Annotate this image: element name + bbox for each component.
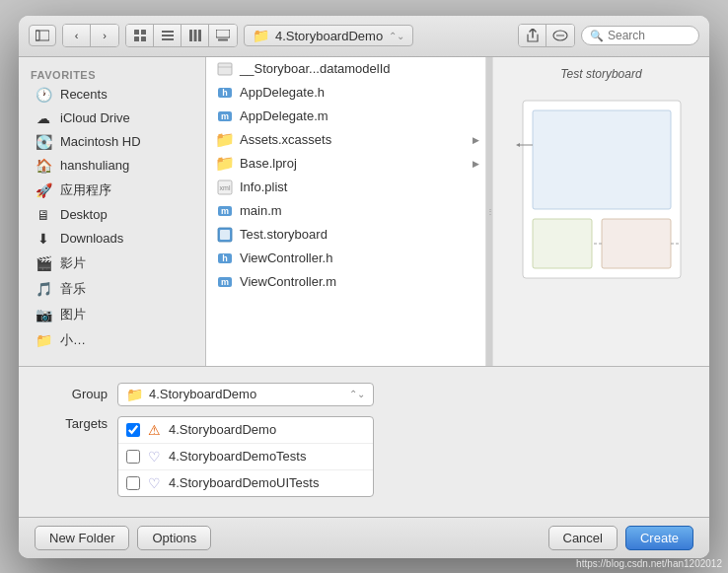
- gallery-view-button[interactable]: [209, 25, 237, 46]
- storyboard-icon: [216, 226, 234, 244]
- bottom-bar-left: New Folder Options: [35, 526, 211, 550]
- back-button[interactable]: ‹: [63, 25, 91, 46]
- file-item-datamodel[interactable]: __Storyboar...datamodelId: [206, 57, 485, 81]
- file-item-base[interactable]: 📁 Base.lproj ▶: [206, 152, 485, 176]
- targets-box: ⚠ 4.StoryboardDemo ♡ 4.StoryboardDemoTes…: [117, 416, 374, 497]
- file-item-appdelegate-m[interactable]: m AppDelegate.m: [206, 105, 485, 128]
- nav-buttons: ‹ ›: [62, 24, 119, 47]
- file-item-appdelegate-h[interactable]: h AppDelegate.h: [206, 81, 485, 105]
- file-item-main-m[interactable]: m main.m: [206, 199, 485, 223]
- h-file-icon: h: [216, 84, 234, 102]
- xcode-target-icon: ⚠: [148, 422, 161, 438]
- file-item-viewcontroller-h[interactable]: h ViewController.h: [206, 247, 485, 270]
- file-name: ViewController.m: [240, 274, 336, 289]
- search-box[interactable]: 🔍: [581, 26, 699, 45]
- sidebar-item-label: Desktop: [60, 207, 108, 222]
- folder-icon: 📁: [216, 155, 234, 173]
- target-row-main[interactable]: ⚠ 4.StoryboardDemo: [118, 417, 373, 444]
- file-name: AppDelegate.m: [240, 108, 328, 123]
- m-file-icon: m: [216, 273, 234, 291]
- group-value: 4.StoryboardDemo: [149, 387, 343, 401]
- dialog: ‹ › 📁 4.StoryboardDemo: [19, 16, 709, 558]
- file-name: ViewController.h: [240, 251, 332, 265]
- plist-icon: xml: [216, 179, 234, 196]
- h-file-icon: h: [216, 250, 234, 267]
- file-item-viewcontroller-m[interactable]: m ViewController.m: [206, 270, 485, 294]
- target-checkbox-tests[interactable]: [126, 450, 140, 464]
- cancel-button[interactable]: Cancel: [548, 526, 618, 550]
- svg-rect-16: [218, 63, 232, 75]
- movies-icon: 🎬: [35, 255, 52, 271]
- sidebar-toggle-button[interactable]: [29, 25, 56, 46]
- group-dropdown-arrow-icon: ⌃⌄: [349, 389, 365, 399]
- sidebar-item-downloads[interactable]: ⬇ Downloads: [23, 227, 201, 251]
- group-dropdown[interactable]: 📁 4.StoryboardDemo ⌃⌄: [117, 383, 374, 406]
- preview-panel: Test storyboard: [492, 57, 709, 366]
- sidebar-item-label: Macintosh HD: [60, 134, 141, 149]
- svg-rect-10: [193, 30, 196, 41]
- macintosh-icon: 💽: [35, 134, 52, 150]
- sidebar-item-home[interactable]: 🏠 hanshuliang: [23, 154, 201, 178]
- file-name: Assets.xcassets: [240, 132, 331, 147]
- sidebar-item-music[interactable]: 🎵 音乐: [23, 276, 201, 302]
- sidebar-item-movies[interactable]: 🎬 影片: [23, 251, 201, 276]
- pictures-icon: 📷: [35, 307, 52, 322]
- targets-label: Targets: [38, 416, 108, 431]
- icon-view-button[interactable]: [126, 25, 154, 46]
- forward-button[interactable]: ›: [91, 25, 118, 46]
- file-name: AppDelegate.h: [240, 85, 325, 100]
- sidebar-item-recents[interactable]: 🕐 Recents: [23, 83, 201, 107]
- group-folder-icon: 📁: [126, 387, 143, 402]
- file-item-assets[interactable]: 📁 Assets.xcassets ▶: [206, 128, 485, 152]
- file-name: main.m: [240, 203, 282, 218]
- svg-rect-6: [162, 31, 174, 33]
- svg-rect-5: [141, 36, 146, 41]
- file-name: Test.storyboard: [240, 227, 328, 242]
- list-view-button[interactable]: [154, 25, 182, 46]
- location-folder-icon: 📁: [253, 28, 269, 43]
- target-checkbox-main[interactable]: [126, 423, 140, 437]
- location-name: 4.StoryboardDemo: [275, 29, 383, 43]
- sidebar-item-label: Downloads: [60, 231, 123, 246]
- column-view-button[interactable]: [182, 25, 209, 46]
- search-input[interactable]: [608, 29, 696, 42]
- icloud-icon: ☁: [35, 110, 52, 126]
- target-row-uitests[interactable]: ♡ 4.StoryboardDemoUITests: [118, 470, 373, 496]
- tag-button[interactable]: [546, 25, 574, 46]
- main-area: Favorites 🕐 Recents ☁ iCloud Drive 💽 Mac…: [19, 57, 709, 366]
- svg-rect-2: [134, 30, 139, 35]
- sidebar-item-more[interactable]: 📁 小…: [23, 327, 201, 353]
- svg-rect-12: [216, 30, 230, 37]
- target-row-tests[interactable]: ♡ 4.StoryboardDemoTests: [118, 444, 373, 470]
- svg-text:xml: xml: [220, 184, 231, 191]
- bottom-sheet: Group 📁 4.StoryboardDemo ⌃⌄ Targets ⚠: [19, 366, 709, 517]
- watermark: https://blog.csdn.net/han1202012: [576, 558, 722, 569]
- create-button[interactable]: Create: [625, 526, 693, 550]
- sidebar-item-label: 应用程序: [60, 181, 111, 199]
- search-icon: 🔍: [590, 30, 604, 42]
- preview-title: Test storyboard: [560, 67, 641, 81]
- svg-rect-25: [602, 219, 671, 268]
- sidebar-item-apps[interactable]: 🚀 应用程序: [23, 178, 201, 203]
- uitest-target-icon: ♡: [148, 475, 161, 491]
- sidebar-item-desktop[interactable]: 🖥 Desktop: [23, 203, 201, 227]
- new-folder-button[interactable]: New Folder: [35, 526, 129, 550]
- share-button[interactable]: [519, 25, 546, 46]
- target-checkbox-uitests[interactable]: [126, 476, 140, 490]
- downloads-icon: ⬇: [35, 231, 52, 247]
- sidebar-item-macintosh[interactable]: 💽 Macintosh HD: [23, 130, 201, 154]
- options-button[interactable]: Options: [137, 526, 211, 550]
- location-bar[interactable]: 📁 4.StoryboardDemo ⌃⌄: [244, 25, 413, 46]
- storyboard-preview: [513, 91, 691, 288]
- view-buttons: [125, 24, 238, 47]
- svg-rect-3: [141, 30, 146, 35]
- group-label: Group: [38, 387, 108, 401]
- toolbar: ‹ › 📁 4.StoryboardDemo: [19, 16, 709, 57]
- svg-rect-7: [162, 35, 174, 36]
- sidebar-item-icloud[interactable]: ☁ iCloud Drive: [23, 107, 201, 130]
- sidebar-item-pictures[interactable]: 📷 图片: [23, 302, 201, 327]
- action-buttons: [518, 24, 575, 47]
- file-item-test-storyboard[interactable]: Test.storyboard: [206, 223, 485, 247]
- file-item-info-plist[interactable]: xml Info.plist: [206, 176, 485, 199]
- svg-rect-9: [189, 30, 192, 41]
